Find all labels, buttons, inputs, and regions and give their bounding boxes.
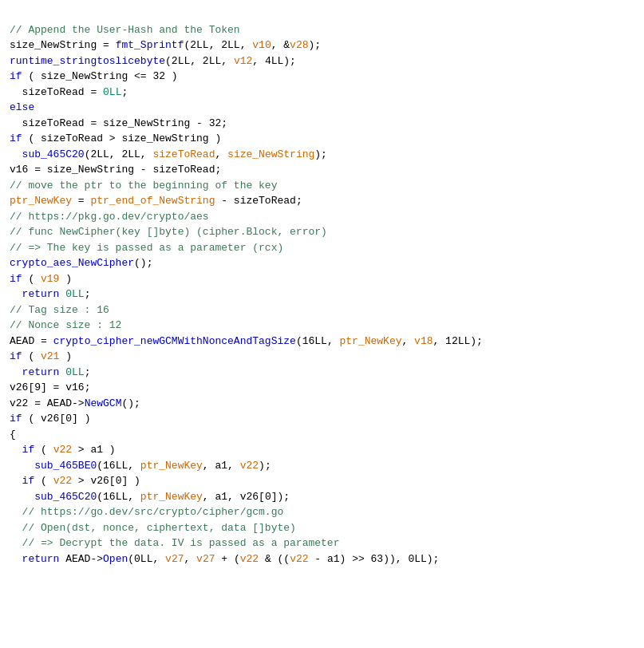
code-line-14: // func NewCipher(key []byte) (cipher.Bl…: [10, 224, 634, 240]
code-line-17: if ( v19 ): [10, 271, 634, 287]
code-line-29: sub_465BE0(16LL, ptr_NewKey, a1, v22);: [10, 458, 634, 474]
code-line-2: size_NewString = fmt_Sprintf(2LL, 2LL, v…: [10, 38, 634, 53]
code-line-13: // https://pkg.go.dev/crypto/aes: [10, 209, 634, 225]
code-line-26: if ( v26[0] ): [10, 411, 634, 427]
code-line-7: sizeToRead = size_NewString - 32;: [10, 116, 634, 132]
code-line-33: // Open(dst, nonce, ciphertext, data []b…: [10, 520, 634, 536]
code-line-8: if ( sizeToRead > size_NewString ): [10, 131, 634, 147]
code-line-5: sizeToRead = 0LL;: [10, 85, 634, 101]
code-line-32: // https://go.dev/src/crypto/cipher/gcm.…: [10, 504, 634, 520]
code-line-28: if ( v22 > a1 ): [10, 442, 634, 458]
code-line-35: return AEAD->Open(0LL, v27, v27 + (v22 &…: [10, 551, 634, 567]
code-line-1: // Append the User-Hash and the Token: [10, 22, 634, 38]
code-line-20: // Nonce size : 12: [10, 318, 634, 334]
code-block: // Append the User-Hash and the Tokensiz…: [10, 6, 634, 567]
code-line-34: // => Decrypt the data. IV is passed as …: [10, 535, 634, 551]
code-line-12: ptr_NewKey = ptr_end_of_NewString - size…: [10, 193, 634, 209]
code-line-21: AEAD = crypto_cipher_newGCMWithNonceAndT…: [10, 334, 634, 350]
code-line-10: v16 = size_NewString - sizeToRead;: [10, 162, 634, 178]
code-line-31: sub_465C20(16LL, ptr_NewKey, a1, v26[0])…: [10, 489, 634, 505]
code-line-16: crypto_aes_NewCipher();: [10, 255, 634, 271]
code-line-27: {: [10, 427, 634, 443]
code-line-24: v26[9] = v16;: [10, 380, 634, 396]
code-line-19: // Tag size : 16: [10, 302, 634, 318]
code-line-6: else: [10, 100, 634, 116]
code-line-18: return 0LL;: [10, 286, 634, 302]
code-line-25: v22 = AEAD->NewGCM();: [10, 396, 634, 412]
code-line-11: // move the ptr to the beginning of the …: [10, 178, 634, 194]
code-line-15: // => The key is passed as a parameter (…: [10, 240, 634, 256]
code-line-30: if ( v22 > v26[0] ): [10, 473, 634, 489]
code-line-4: if ( size_NewString <= 32 ): [10, 69, 634, 85]
code-line-9: sub_465C20(2LL, 2LL, sizeToRead, size_Ne…: [10, 147, 634, 163]
code-line-23: return 0LL;: [10, 365, 634, 381]
code-line-3: runtime_stringtoslicebyte(2LL, 2LL, v12,…: [10, 53, 634, 69]
code-line-22: if ( v21 ): [10, 349, 634, 365]
